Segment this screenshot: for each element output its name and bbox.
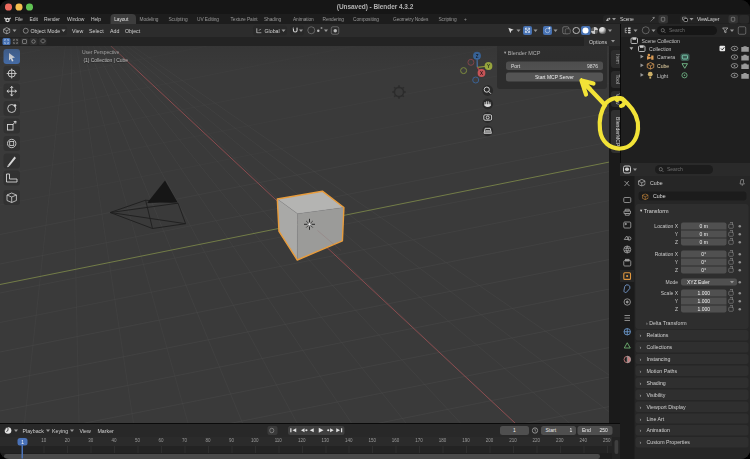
svg-text:Y: Y <box>487 64 490 69</box>
svg-text:Light: Light <box>657 73 669 79</box>
svg-text:Scene Collection: Scene Collection <box>642 38 680 44</box>
svg-text:X: X <box>480 71 483 76</box>
svg-text:Camera: Camera <box>657 54 675 60</box>
svg-text:Collection: Collection <box>649 46 672 52</box>
svg-text:Z: Z <box>476 54 479 59</box>
svg-text:Cube: Cube <box>657 63 669 69</box>
